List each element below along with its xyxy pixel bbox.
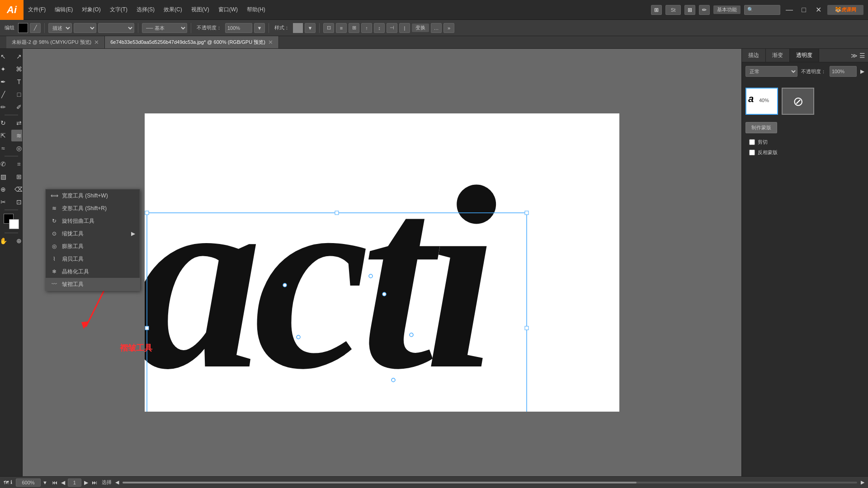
mirror-tool[interactable]: ⇄ <box>11 117 23 129</box>
panel-tab-opacity[interactable]: 透明度 <box>790 49 819 62</box>
eraser-tool[interactable]: ⌫ <box>11 183 23 195</box>
gradient-tool[interactable]: ▨ <box>0 171 11 183</box>
ctx-pucker-tool[interactable]: ⊙ 缩拢工具 ▶ <box>46 227 140 240</box>
page-next-btn[interactable]: ▶ <box>83 479 89 486</box>
status-map-icon[interactable]: 🗺 <box>4 480 9 485</box>
layer-thumb-mask[interactable]: ⊘ <box>782 88 814 115</box>
distribute-icon[interactable]: ≡ <box>336 23 347 33</box>
zoom-dropdown[interactable]: ▼ <box>42 480 47 485</box>
blend-mode-select[interactable]: 正常 <box>745 66 797 77</box>
shape-builder-tool[interactable]: ⊕ <box>0 183 11 195</box>
lasso-tool[interactable]: ⌘ <box>11 63 23 75</box>
mode-icon[interactable]: St <box>665 5 681 15</box>
brush-select[interactable]: 描述 <box>48 23 72 33</box>
align-left-icon[interactable]: ⊣ <box>387 23 397 33</box>
make-mask-btn[interactable]: 制作蒙版 <box>745 122 777 133</box>
type-tool[interactable]: T <box>11 76 23 88</box>
artboard-tool[interactable]: ⊡ <box>11 196 23 208</box>
background-color[interactable] <box>9 219 19 229</box>
zoom-input[interactable] <box>16 479 41 487</box>
ctx-scallop-tool[interactable]: ⌇ 扇贝工具 <box>46 253 140 265</box>
menu-edit[interactable]: 编辑(E) <box>50 0 77 19</box>
tab-1-close[interactable]: ✕ <box>94 39 99 46</box>
pen-tool[interactable]: ✒ <box>0 76 11 88</box>
tab-2[interactable]: 6e74b33e53d0aa5d5256b47d49dc53a.jpg* @ 6… <box>105 36 279 48</box>
ctx-warp-tool[interactable]: ≋ 变形工具 (Shift+R) <box>46 202 140 215</box>
opacity-arrow[interactable]: ▼ <box>254 23 265 33</box>
scale-tool[interactable]: ⇱ <box>0 130 11 141</box>
warp-tool[interactable]: ≋ <box>11 130 23 141</box>
menu-window[interactable]: 窗口(W) <box>214 0 242 19</box>
brush-icon[interactable]: ✏ <box>699 5 710 15</box>
pencil-tool[interactable]: ✐ <box>11 101 23 113</box>
ctx-bloat-tool[interactable]: ◎ 膨胀工具 <box>46 240 140 253</box>
ctx-width-tool[interactable]: ⟺ 宽度工具 (Shift+W) <box>46 189 140 202</box>
eyedrop-tool[interactable]: ✆ <box>0 158 11 170</box>
clip-checkbox[interactable] <box>749 139 755 145</box>
mesh-tool[interactable]: ⊞ <box>11 171 23 183</box>
close-btn[interactable]: ✕ <box>813 5 824 15</box>
measure-tool[interactable]: ⌗ <box>11 158 23 170</box>
hand-tool[interactable]: ✋ <box>0 235 11 247</box>
tab-2-close[interactable]: ✕ <box>268 39 273 46</box>
menu-text[interactable]: 文字(T) <box>105 0 132 19</box>
select-tool[interactable]: ↖ <box>0 51 11 62</box>
invert-checkbox[interactable] <box>749 150 755 155</box>
search-box[interactable]: 🔍 <box>744 5 780 15</box>
menu-view[interactable]: 视图(V) <box>187 0 214 19</box>
workspace-btn[interactable]: 基本功能 <box>713 5 741 14</box>
stroke-size-select[interactable] <box>98 23 134 33</box>
style-swatch[interactable] <box>293 23 303 33</box>
menu-help[interactable]: 帮助(H) <box>242 0 270 19</box>
rect-tool[interactable]: □ <box>11 89 23 100</box>
arrange-forward-icon[interactable]: ↕ <box>374 23 385 33</box>
zoom-tool[interactable]: ⊕ <box>11 235 23 247</box>
brush-tool[interactable]: ✏ <box>0 101 11 113</box>
brush-style-select[interactable] <box>74 23 96 33</box>
page-last-btn[interactable]: ⏭ <box>91 479 98 486</box>
more-icon[interactable]: … <box>431 23 442 33</box>
transform-icon[interactable]: ⊞ <box>349 23 359 33</box>
opacity-arrow[interactable]: ▶ <box>860 68 864 75</box>
arrange-icon[interactable]: ⊞ <box>651 5 662 15</box>
tab-1[interactable]: 未标题-2 @ 98% (CMYK/GPU 预览) ✕ <box>6 36 105 48</box>
page-first-btn[interactable]: ⏮ <box>51 479 58 486</box>
magic-wand-tool[interactable]: ✦ <box>0 63 11 75</box>
ctx-twist-tool[interactable]: ↻ 旋转扭曲工具 <box>46 215 140 227</box>
menu-file[interactable]: 文件(F) <box>24 0 50 19</box>
page-input[interactable] <box>68 479 81 487</box>
line-tool[interactable]: ╱ <box>0 89 11 100</box>
menu-select[interactable]: 选择(S) <box>132 0 159 19</box>
grid-icon[interactable]: ⊞ <box>684 5 695 15</box>
status-prev-icon[interactable]: ◀ <box>115 479 119 485</box>
direct-select-tool[interactable]: ↗ <box>11 51 23 62</box>
panel-tab-gradient[interactable]: 渐变 <box>766 49 790 62</box>
ctx-wrinkle-tool[interactable]: 〰 皱褶工具 <box>46 278 140 291</box>
width-tool[interactable]: ≈ <box>0 142 11 154</box>
fill-swatch[interactable] <box>18 23 28 33</box>
style-arrow[interactable]: ▼ <box>305 23 316 33</box>
menu-object[interactable]: 对象(O) <box>77 0 105 19</box>
transform-label[interactable]: 变换 <box>412 23 429 32</box>
menu-effect[interactable]: 效果(C) <box>159 0 187 19</box>
opacity-field[interactable] <box>830 66 857 77</box>
extra-icon[interactable]: » <box>443 23 454 33</box>
scissors-tool[interactable]: ✂ <box>0 196 11 208</box>
opacity-input[interactable] <box>225 23 252 33</box>
align-center-icon[interactable]: | <box>399 23 410 33</box>
panel-expand-icon[interactable]: ≫ <box>851 52 858 59</box>
panel-tab-stroke[interactable]: 描边 <box>742 49 766 62</box>
stroke-icon[interactable]: ╱ <box>30 23 41 33</box>
arrange-top-icon[interactable]: ↑ <box>361 23 372 33</box>
layer-thumb-1[interactable]: a 40% <box>745 88 778 115</box>
status-next-icon[interactable]: ▶ <box>861 479 864 485</box>
ctx-crystallize-tool[interactable]: ❄ 晶格化工具 <box>46 265 140 278</box>
page-prev-btn[interactable]: ◀ <box>60 479 66 486</box>
maximize-btn[interactable]: □ <box>798 5 809 15</box>
blend-tool[interactable]: ◎ <box>11 142 23 154</box>
align-icon[interactable]: ⊡ <box>323 23 334 33</box>
rotate-tool[interactable]: ↻ <box>0 117 11 129</box>
stroke-type-select[interactable]: ── 基本 <box>142 23 187 33</box>
minimize-btn[interactable]: — <box>784 5 795 15</box>
status-info-icon[interactable]: ℹ <box>10 479 12 485</box>
